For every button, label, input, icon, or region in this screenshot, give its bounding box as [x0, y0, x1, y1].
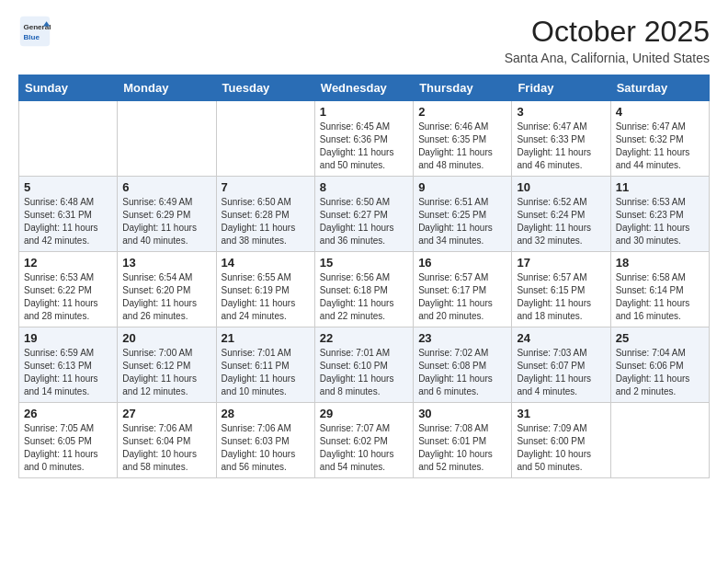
day-info: Sunrise: 6:57 AMSunset: 6:15 PMDaylight:…: [517, 271, 605, 323]
day-number: 20: [122, 331, 210, 345]
calendar-week-row: 5Sunrise: 6:48 AMSunset: 6:31 PMDaylight…: [19, 177, 710, 252]
day-info: Sunrise: 7:04 AMSunset: 6:06 PMDaylight:…: [616, 347, 704, 398]
col-sunday: Sunday: [19, 75, 118, 101]
table-row: 21Sunrise: 7:01 AMSunset: 6:11 PMDayligh…: [216, 327, 314, 403]
calendar-week-row: 26Sunrise: 7:05 AMSunset: 6:05 PMDayligh…: [19, 403, 710, 478]
day-number: 9: [418, 180, 506, 194]
title-area: October 2025 Santa Ana, California, Unit…: [505, 15, 710, 65]
table-row: 20Sunrise: 7:00 AMSunset: 6:12 PMDayligh…: [118, 327, 216, 403]
col-thursday: Thursday: [414, 75, 512, 101]
table-row: 3Sunrise: 6:47 AMSunset: 6:33 PMDaylight…: [512, 101, 610, 177]
day-number: 17: [517, 256, 605, 270]
col-wednesday: Wednesday: [314, 75, 413, 101]
day-info: Sunrise: 6:55 AMSunset: 6:19 PMDaylight:…: [222, 271, 310, 323]
calendar-header-row: Sunday Monday Tuesday Wednesday Thursday…: [19, 75, 710, 101]
table-row: 17Sunrise: 6:57 AMSunset: 6:15 PMDayligh…: [512, 252, 610, 327]
day-info: Sunrise: 6:45 AMSunset: 6:36 PMDaylight:…: [320, 121, 408, 172]
table-row: 4Sunrise: 6:47 AMSunset: 6:32 PMDaylight…: [610, 101, 709, 177]
col-monday: Monday: [118, 75, 216, 101]
table-row: 31Sunrise: 7:09 AMSunset: 6:00 PMDayligh…: [512, 403, 610, 478]
logo-icon: General Blue: [18, 15, 51, 48]
day-number: 30: [418, 407, 506, 420]
table-row: [118, 101, 216, 177]
day-info: Sunrise: 7:03 AMSunset: 6:07 PMDaylight:…: [517, 347, 605, 398]
day-info: Sunrise: 6:53 AMSunset: 6:23 PMDaylight:…: [616, 196, 704, 247]
svg-text:Blue: Blue: [23, 33, 40, 41]
day-number: 3: [517, 105, 605, 119]
day-info: Sunrise: 6:46 AMSunset: 6:35 PMDaylight:…: [418, 121, 506, 172]
day-number: 27: [122, 407, 210, 420]
day-info: Sunrise: 6:52 AMSunset: 6:24 PMDaylight:…: [517, 196, 605, 247]
day-number: 28: [222, 407, 310, 420]
day-info: Sunrise: 6:53 AMSunset: 6:22 PMDaylight:…: [24, 271, 112, 323]
day-number: 29: [320, 407, 408, 420]
day-info: Sunrise: 6:59 AMSunset: 6:13 PMDaylight:…: [24, 347, 112, 398]
col-saturday: Saturday: [610, 75, 709, 101]
day-number: 2: [418, 105, 506, 119]
table-row: 12Sunrise: 6:53 AMSunset: 6:22 PMDayligh…: [19, 252, 118, 327]
day-info: Sunrise: 6:57 AMSunset: 6:17 PMDaylight:…: [418, 271, 506, 323]
table-row: 18Sunrise: 6:58 AMSunset: 6:14 PMDayligh…: [610, 252, 709, 327]
day-info: Sunrise: 6:56 AMSunset: 6:18 PMDaylight:…: [320, 271, 408, 323]
day-info: Sunrise: 7:01 AMSunset: 6:11 PMDaylight:…: [222, 347, 310, 398]
day-number: 11: [616, 180, 704, 194]
table-row: 28Sunrise: 7:06 AMSunset: 6:03 PMDayligh…: [216, 403, 314, 478]
header-area: General Blue October 2025 Santa Ana, Cal…: [18, 15, 710, 65]
day-number: 19: [24, 331, 112, 345]
calendar-table: Sunday Monday Tuesday Wednesday Thursday…: [18, 75, 710, 478]
location: Santa Ana, California, United States: [505, 51, 710, 65]
day-number: 15: [320, 256, 408, 270]
day-info: Sunrise: 7:05 AMSunset: 6:05 PMDaylight:…: [24, 422, 112, 474]
day-number: 22: [320, 331, 408, 345]
day-number: 13: [122, 256, 210, 270]
day-info: Sunrise: 6:51 AMSunset: 6:25 PMDaylight:…: [418, 196, 506, 247]
table-row: 11Sunrise: 6:53 AMSunset: 6:23 PMDayligh…: [610, 177, 709, 252]
day-info: Sunrise: 6:54 AMSunset: 6:20 PMDaylight:…: [122, 271, 210, 323]
table-row: 26Sunrise: 7:05 AMSunset: 6:05 PMDayligh…: [19, 403, 118, 478]
day-number: 25: [616, 331, 704, 345]
table-row: 13Sunrise: 6:54 AMSunset: 6:20 PMDayligh…: [118, 252, 216, 327]
table-row: 10Sunrise: 6:52 AMSunset: 6:24 PMDayligh…: [512, 177, 610, 252]
calendar-week-row: 12Sunrise: 6:53 AMSunset: 6:22 PMDayligh…: [19, 252, 710, 327]
table-row: 5Sunrise: 6:48 AMSunset: 6:31 PMDaylight…: [19, 177, 118, 252]
day-number: 10: [517, 180, 605, 194]
day-number: 12: [24, 256, 112, 270]
table-row: 6Sunrise: 6:49 AMSunset: 6:29 PMDaylight…: [118, 177, 216, 252]
page-container: General Blue October 2025 Santa Ana, Cal…: [0, 0, 728, 497]
day-number: 8: [320, 180, 408, 194]
calendar-week-row: 1Sunrise: 6:45 AMSunset: 6:36 PMDaylight…: [19, 101, 710, 177]
day-number: 31: [517, 407, 605, 420]
table-row: 1Sunrise: 6:45 AMSunset: 6:36 PMDaylight…: [314, 101, 413, 177]
day-info: Sunrise: 6:47 AMSunset: 6:32 PMDaylight:…: [616, 121, 704, 172]
day-number: 24: [517, 331, 605, 345]
day-info: Sunrise: 7:00 AMSunset: 6:12 PMDaylight:…: [122, 347, 210, 398]
logo: General Blue: [18, 15, 51, 48]
table-row: [19, 101, 118, 177]
table-row: [216, 101, 314, 177]
day-number: 23: [418, 331, 506, 345]
table-row: 25Sunrise: 7:04 AMSunset: 6:06 PMDayligh…: [610, 327, 709, 403]
table-row: 8Sunrise: 6:50 AMSunset: 6:27 PMDaylight…: [314, 177, 413, 252]
table-row: 29Sunrise: 7:07 AMSunset: 6:02 PMDayligh…: [314, 403, 413, 478]
table-row: 19Sunrise: 6:59 AMSunset: 6:13 PMDayligh…: [19, 327, 118, 403]
day-number: 21: [222, 331, 310, 345]
day-info: Sunrise: 7:01 AMSunset: 6:10 PMDaylight:…: [320, 347, 408, 398]
day-number: 18: [616, 256, 704, 270]
table-row: 14Sunrise: 6:55 AMSunset: 6:19 PMDayligh…: [216, 252, 314, 327]
day-number: 6: [122, 180, 210, 194]
month-title: October 2025: [505, 15, 710, 49]
day-number: 14: [222, 256, 310, 270]
table-row: 16Sunrise: 6:57 AMSunset: 6:17 PMDayligh…: [414, 252, 512, 327]
table-row: 2Sunrise: 6:46 AMSunset: 6:35 PMDaylight…: [414, 101, 512, 177]
day-info: Sunrise: 6:47 AMSunset: 6:33 PMDaylight:…: [517, 121, 605, 172]
day-info: Sunrise: 7:09 AMSunset: 6:00 PMDaylight:…: [517, 422, 605, 474]
day-info: Sunrise: 6:48 AMSunset: 6:31 PMDaylight:…: [24, 196, 112, 247]
table-row: [610, 403, 709, 478]
day-info: Sunrise: 7:08 AMSunset: 6:01 PMDaylight:…: [418, 422, 506, 474]
day-info: Sunrise: 7:07 AMSunset: 6:02 PMDaylight:…: [320, 422, 408, 474]
day-number: 26: [24, 407, 112, 420]
table-row: 9Sunrise: 6:51 AMSunset: 6:25 PMDaylight…: [414, 177, 512, 252]
day-number: 5: [24, 180, 112, 194]
day-info: Sunrise: 7:06 AMSunset: 6:03 PMDaylight:…: [222, 422, 310, 474]
table-row: 23Sunrise: 7:02 AMSunset: 6:08 PMDayligh…: [414, 327, 512, 403]
